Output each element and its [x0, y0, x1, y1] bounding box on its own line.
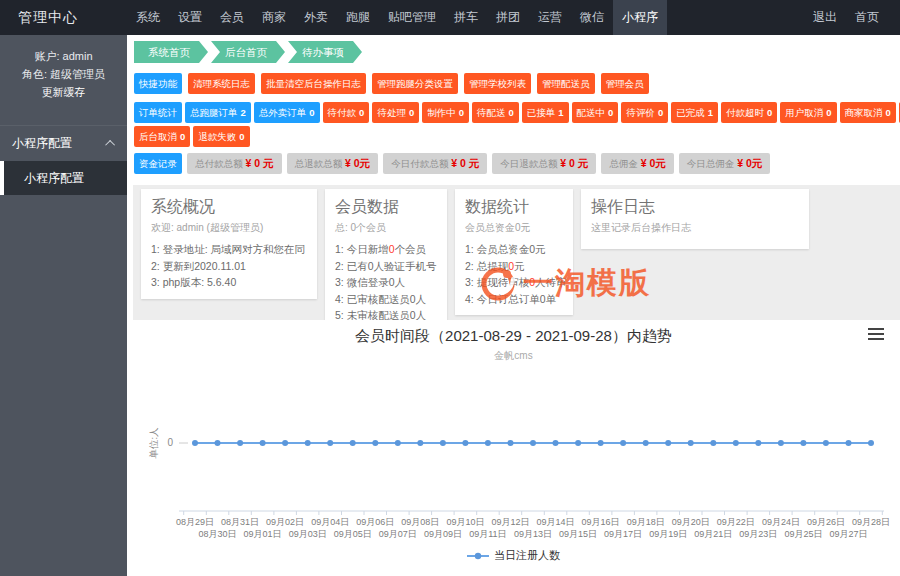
toolbar-button-今日退款总额[interactable]: 今日退款总额¥ 0 元: [492, 153, 596, 174]
sidebar-item-小程序配置[interactable]: 小程序配置: [0, 161, 127, 195]
toolbar-button-快捷功能[interactable]: 快捷功能: [134, 73, 182, 94]
main-content: 系统首页后台首页待办事项 快捷功能清理系统日志批量清空后台操作日志管理跑腿分类设…: [127, 35, 900, 576]
toolbar-button-今日付款总额[interactable]: 今日付款总额¥ 0 元: [383, 153, 487, 174]
svg-text:08月31日: 08月31日: [221, 517, 259, 527]
card-line: 3: 微信登录0人: [335, 274, 437, 291]
svg-text:09月21日: 09月21日: [694, 529, 732, 539]
card-line: 3: php版本: 5.6.40: [151, 274, 307, 291]
money-stats-row: 资金记录总付款总额¥ 0 元总退款总额¥ 0元今日付款总额¥ 0 元今日退款总额…: [134, 153, 900, 174]
svg-text:09月28日: 09月28日: [852, 517, 890, 527]
nav-item-退出[interactable]: 退出: [804, 0, 846, 35]
toolbar-button-待付款[interactable]: 待付款0: [323, 102, 370, 123]
toolbar-button-总外卖订单[interactable]: 总外卖订单0: [254, 102, 320, 123]
toolbar-button-退款失败[interactable]: 退款失败0: [193, 126, 249, 147]
svg-text:09月14日: 09月14日: [536, 517, 574, 527]
sidebar-group-miniprogram[interactable]: 小程序配置: [0, 125, 127, 161]
nav-item-拼车[interactable]: 拼车: [445, 0, 487, 35]
chart-menu-icon[interactable]: [868, 328, 884, 343]
svg-text:09月22日: 09月22日: [717, 517, 755, 527]
order-stats-row: 订单统计总跑腿订单2总外卖订单0待付款0待处理0制作中0待配送0已接单1配送中0…: [134, 102, 900, 123]
svg-text:09月10日: 09月10日: [446, 517, 484, 527]
toolbar-button-商家取消[interactable]: 商家取消0: [840, 102, 896, 123]
legend-label[interactable]: 当日注册人数: [494, 548, 560, 563]
toolbar-button-待处理[interactable]: 待处理0: [372, 102, 419, 123]
card-line: 2: 更新到2020.11.01: [151, 258, 307, 275]
top-navbar: 管理中心 系统设置会员商家外卖跑腿贴吧管理拼车拼团运营微信小程序 退出首页: [0, 0, 900, 35]
nav-item-小程序[interactable]: 小程序: [613, 0, 667, 35]
card-title: 数据统计: [465, 197, 563, 218]
nav-item-拼团[interactable]: 拼团: [487, 0, 529, 35]
toolbar-button-管理学校列表[interactable]: 管理学校列表: [464, 73, 531, 94]
svg-text:09月18日: 09月18日: [627, 517, 665, 527]
toolbar-button-批量清空后台操作日志[interactable]: 批量清空后台操作日志: [261, 73, 366, 94]
toolbar-button-清理系统日志[interactable]: 清理系统日志: [188, 73, 255, 94]
toolbar-button-管理会员[interactable]: 管理会员: [601, 73, 649, 94]
line-chart: 008月29日08月30日08月31日09月01日09月02日09月03日09月…: [127, 360, 894, 545]
toolbar-button-付款超时[interactable]: 付款超时0: [721, 102, 777, 123]
breadcrumb-item[interactable]: 后台首页: [211, 41, 285, 63]
svg-text:09月15日: 09月15日: [559, 529, 597, 539]
nav-item-首页[interactable]: 首页: [846, 0, 888, 35]
svg-text:09月20日: 09月20日: [672, 517, 710, 527]
svg-text:09月16日: 09月16日: [582, 517, 620, 527]
nav-item-外卖[interactable]: 外卖: [295, 0, 337, 35]
toolbar-button-总佣金[interactable]: 总佣金¥ 0元: [601, 153, 674, 174]
svg-text:09月05日: 09月05日: [334, 529, 372, 539]
dashboard-cards-band: 系统概况欢迎: admin (超级管理员)1: 登录地址: 局域网对方和您在同2…: [133, 185, 900, 320]
toolbar-button-管理配送员[interactable]: 管理配送员: [537, 73, 595, 94]
toolbar-button-用户取消[interactable]: 用户取消0: [780, 102, 836, 123]
nav-item-设置[interactable]: 设置: [169, 0, 211, 35]
svg-text:09月12日: 09月12日: [491, 517, 529, 527]
svg-text:09月13日: 09月13日: [514, 529, 552, 539]
toolbar-button-今日总佣金[interactable]: 今日总佣金¥ 0元: [679, 153, 771, 174]
svg-text:09月25日: 09月25日: [784, 529, 822, 539]
toolbar-button-待评价[interactable]: 待评价0: [621, 102, 668, 123]
toolbar-button-总退款总额[interactable]: 总退款总额¥ 0元: [287, 153, 379, 174]
svg-text:09月09日: 09月09日: [424, 529, 462, 539]
toolbar-button-制作中[interactable]: 制作中0: [422, 102, 469, 123]
account-info: 账户: admin 角色: 超级管理员 更新缓存: [0, 35, 127, 111]
svg-text:09月17日: 09月17日: [604, 529, 642, 539]
svg-text:09月02日: 09月02日: [266, 517, 304, 527]
card-subtitle: 会员总资金0元: [465, 221, 563, 235]
nav-item-跑腿[interactable]: 跑腿: [337, 0, 379, 35]
card-system-overview: 系统概况欢迎: admin (超级管理员)1: 登录地址: 局域网对方和您在同2…: [141, 189, 317, 299]
order-stats-row2: 后台取消0退款失败0: [134, 126, 900, 147]
svg-text:09月08日: 09月08日: [401, 517, 439, 527]
refresh-cache-link[interactable]: 更新缓存: [42, 86, 86, 98]
card-line: 4: 已审核配送员0人: [335, 291, 437, 308]
sidebar-items: 小程序配置: [0, 161, 127, 195]
card-title: 会员数据: [335, 197, 437, 218]
chart-legend: 当日注册人数: [127, 548, 900, 563]
toolbar-button-已接单[interactable]: 已接单1: [522, 102, 569, 123]
svg-text:09月11日: 09月11日: [469, 529, 506, 539]
card-line: 4: 今日订总订单0单: [465, 291, 563, 308]
card-operation-log: 操作日志这里记录后台操作日志: [581, 189, 809, 249]
nav-item-微信[interactable]: 微信: [571, 0, 613, 35]
toolbar-button-总付款总额[interactable]: 总付款总额¥ 0 元: [187, 153, 282, 174]
toolbar-button-后台取消[interactable]: 后台取消0: [134, 126, 190, 147]
svg-text:单位:人: 单位:人: [148, 427, 159, 460]
nav-item-贴吧管理[interactable]: 贴吧管理: [379, 0, 445, 35]
toolbar-button-订单统计[interactable]: 订单统计: [134, 102, 182, 123]
svg-text:0: 0: [167, 437, 173, 448]
card-line: 1: 今日新增0个会员: [335, 241, 437, 258]
nav-item-商家[interactable]: 商家: [253, 0, 295, 35]
toolbar-button-待配送[interactable]: 待配送0: [472, 102, 519, 123]
toolbar-button-资金记录[interactable]: 资金记录: [134, 153, 182, 174]
toolbar-button-管理跑腿分类设置[interactable]: 管理跑腿分类设置: [372, 73, 458, 94]
breadcrumb-item[interactable]: 系统首页: [134, 41, 208, 63]
card-member-data: 会员数据总: 0个会员1: 今日新增0个会员2: 已有0人验证手机号3: 微信登…: [325, 189, 447, 332]
toolbar-button-总跑腿订单[interactable]: 总跑腿订单2: [185, 102, 251, 123]
top-menu-right: 退出首页: [804, 0, 900, 35]
card-title: 操作日志: [591, 197, 799, 218]
breadcrumb-item[interactable]: 待办事项: [288, 41, 362, 63]
top-menu: 系统设置会员商家外卖跑腿贴吧管理拼车拼团运营微信小程序: [127, 0, 667, 35]
sidebar-group-label: 小程序配置: [12, 135, 72, 152]
nav-item-运营[interactable]: 运营: [529, 0, 571, 35]
nav-item-系统[interactable]: 系统: [127, 0, 169, 35]
nav-item-会员[interactable]: 会员: [211, 0, 253, 35]
toolbar-button-已完成[interactable]: 已完成1: [671, 102, 718, 123]
toolbar-button-配送中[interactable]: 配送中0: [572, 102, 619, 123]
card-line: 2: 已有0人验证手机号: [335, 258, 437, 275]
